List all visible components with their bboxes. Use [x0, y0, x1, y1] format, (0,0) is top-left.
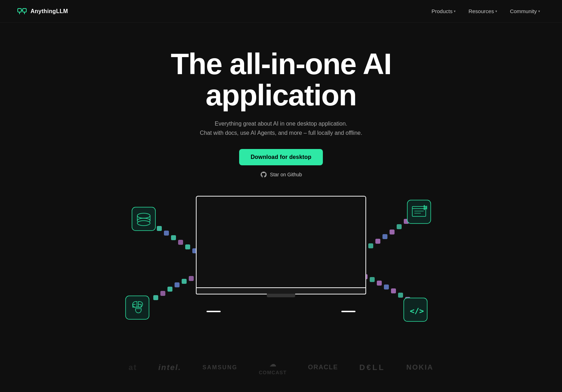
comcast-cloud-icon: ☁ — [269, 360, 276, 368]
svg-rect-23 — [189, 276, 194, 281]
resources-chevron-icon: ▾ — [495, 9, 497, 13]
svg-rect-9 — [178, 240, 183, 245]
svg-rect-31 — [397, 224, 402, 229]
svg-rect-62 — [412, 206, 426, 216]
svg-rect-35 — [368, 243, 373, 248]
laptop-foot-right — [341, 311, 356, 312]
svg-rect-65 — [424, 205, 425, 210]
svg-rect-61 — [407, 200, 431, 223]
brand-samsung: SAMSUNG — [203, 364, 238, 371]
logo-icon — [17, 6, 27, 16]
svg-rect-20 — [167, 287, 172, 292]
illustration-wrapper: </> — [86, 192, 476, 327]
laptop-base — [196, 288, 366, 294]
products-chevron-icon: ▾ — [454, 9, 456, 13]
svg-rect-44 — [391, 288, 396, 293]
download-button[interactable]: Download for desktop — [239, 149, 323, 165]
svg-rect-0 — [18, 9, 21, 12]
svg-text:</>: </> — [410, 307, 424, 315]
svg-point-58 — [137, 218, 150, 223]
svg-rect-19 — [160, 291, 165, 296]
brand-dell: D€LL — [359, 363, 385, 372]
svg-rect-66 — [426, 206, 427, 209]
svg-rect-46 — [377, 281, 382, 286]
svg-point-59 — [137, 221, 150, 226]
laptop-illustration — [196, 196, 366, 306]
svg-rect-54 — [132, 207, 155, 231]
logo[interactable]: AnythingLLM — [17, 6, 68, 16]
brand-comcast-text: COMCAST — [259, 370, 287, 375]
brand-comcast: ☁ COMCAST — [259, 360, 287, 375]
hero-subtitle: Everything great about AI in one desktop… — [200, 119, 362, 137]
svg-rect-32 — [390, 230, 395, 234]
nav-products[interactable]: Products ▾ — [426, 5, 461, 17]
svg-rect-6 — [157, 226, 162, 231]
laptop-screen — [196, 196, 366, 288]
navbar: AnythingLLM Products ▾ Resources ▾ Commu… — [0, 0, 562, 23]
hero-title: The all-in-one AI application — [171, 48, 391, 111]
svg-rect-47 — [370, 277, 375, 282]
github-label: Star on Github — [270, 172, 302, 177]
svg-rect-34 — [375, 239, 380, 244]
svg-rect-33 — [382, 234, 387, 239]
laptop-hinge — [267, 294, 295, 297]
svg-rect-7 — [164, 231, 169, 236]
github-button[interactable]: Star on Github — [260, 171, 302, 178]
hero-section: The all-in-one AI application Everything… — [0, 23, 562, 178]
hero-cta: Download for desktop Star on Github — [239, 149, 323, 178]
brands-section: at intel. SAMSUNG ☁ COMCAST ORACLE D€LL … — [0, 348, 562, 387]
brand-partial: at — [128, 363, 137, 372]
svg-rect-42 — [405, 297, 410, 302]
svg-rect-43 — [398, 293, 403, 298]
laptop-foot-left — [206, 311, 221, 312]
svg-rect-30 — [404, 219, 409, 224]
logo-text: AnythingLLM — [31, 8, 68, 15]
community-chevron-icon: ▾ — [538, 9, 540, 13]
github-icon — [260, 171, 267, 178]
brand-intel: intel. — [158, 363, 181, 372]
svg-rect-18 — [153, 295, 158, 300]
svg-rect-22 — [182, 279, 187, 284]
nav-resources[interactable]: Resources ▾ — [463, 5, 502, 17]
svg-rect-1 — [23, 9, 26, 12]
nav-community[interactable]: Community ▾ — [505, 5, 545, 17]
svg-point-55 — [137, 213, 150, 218]
nav-links: Products ▾ Resources ▾ Community ▾ — [426, 5, 545, 17]
svg-rect-21 — [175, 282, 180, 287]
svg-rect-10 — [185, 244, 190, 249]
svg-rect-60 — [126, 296, 149, 319]
brand-nokia: NOKIA — [406, 363, 433, 371]
svg-rect-67 — [404, 298, 427, 321]
svg-rect-8 — [171, 235, 176, 240]
brand-oracle: ORACLE — [308, 364, 338, 371]
svg-rect-45 — [384, 285, 389, 289]
